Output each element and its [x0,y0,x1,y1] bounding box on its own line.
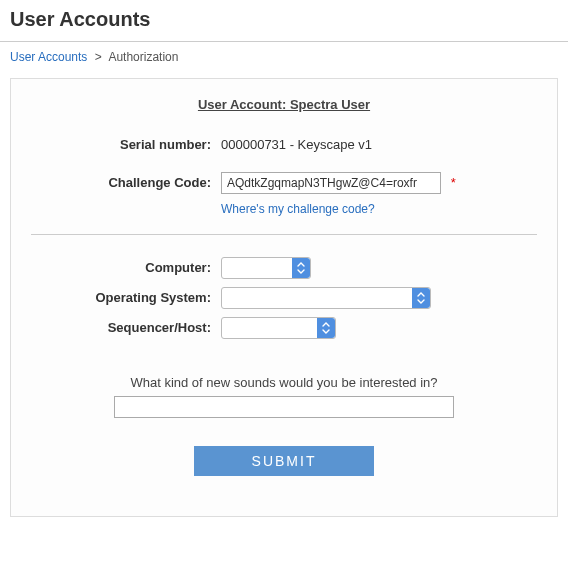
divider [31,234,537,235]
os-select-wrap [221,287,431,309]
submit-button[interactable]: SUBMIT [194,446,374,476]
page-title: User Accounts [0,0,568,42]
challenge-help-link[interactable]: Where's my challenge code? [221,202,375,216]
sounds-input[interactable] [114,396,454,418]
sequencer-label: Sequencer/Host: [31,317,221,339]
sequencer-select-wrap [221,317,336,339]
serial-number-value: 000000731 - Keyscape v1 [221,137,372,152]
challenge-code-label: Challenge Code: [31,172,221,194]
sequencer-select[interactable] [222,318,335,338]
breadcrumb-separator: > [95,50,102,64]
serial-number-label: Serial number: [31,134,221,156]
section-title: User Account: Spectra User [31,97,537,112]
computer-label: Computer: [31,257,221,279]
sounds-question: What kind of new sounds would you be int… [31,375,537,390]
operating-system-label: Operating System: [31,287,221,309]
computer-select[interactable] [222,258,310,278]
computer-select-wrap [221,257,311,279]
breadcrumb-current: Authorization [108,50,178,64]
required-mark: * [451,175,456,190]
breadcrumb-root-link[interactable]: User Accounts [10,50,87,64]
challenge-code-input[interactable] [221,172,441,194]
operating-system-select[interactable] [222,288,430,308]
breadcrumb: User Accounts > Authorization [0,42,568,78]
authorization-panel: User Account: Spectra User Serial number… [10,78,558,517]
